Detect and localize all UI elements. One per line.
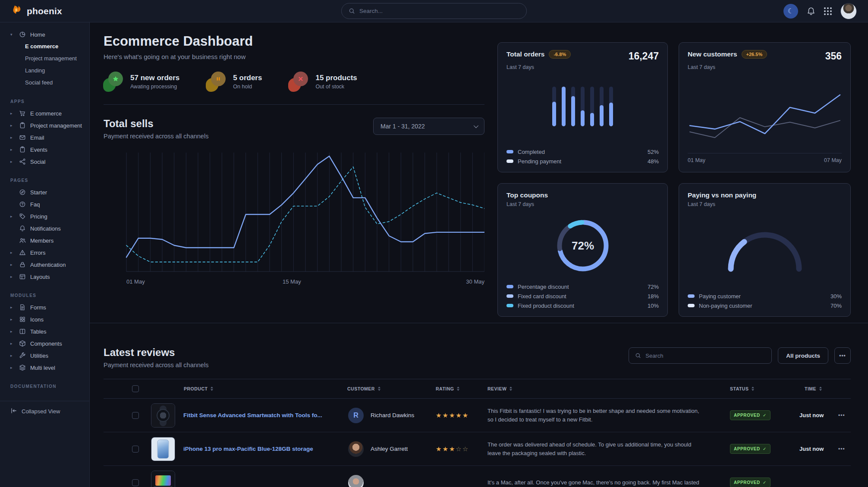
status-cell: APPROVED✓ — [720, 478, 792, 487]
sidebar-item-notifications[interactable]: Notifications — [0, 222, 89, 234]
product-cell — [151, 471, 347, 487]
row-checkbox[interactable] — [132, 412, 139, 419]
total-sells-chart: 01 May 15 May 30 May — [104, 147, 484, 287]
caret-right-icon: ▸ — [10, 111, 15, 116]
sidebar-item-project-management[interactable]: ▸Project management — [0, 119, 89, 131]
legend-item-non-paying-customer: Non-paying customer70% — [688, 301, 842, 310]
caret-right-icon: ▸ — [10, 365, 15, 370]
sidebar-item-utilities[interactable]: ▸Utilities — [0, 350, 89, 362]
stat-on-hold: 5 ordersOn hold — [206, 72, 262, 91]
legend-item-fixed-card-discount: Fixed card discount18% — [506, 291, 659, 301]
sidebar-item-label: Utilities — [30, 353, 48, 359]
sidebar-item-multi-level[interactable]: ▸Multi level — [0, 362, 89, 374]
paying-legend: Paying customer30%Non-paying customer70% — [688, 291, 842, 310]
sidebar-item-events[interactable]: ▸Events — [0, 144, 89, 156]
product-link[interactable]: iPhone 13 pro max-Pacific Blue-128GB sto… — [183, 446, 313, 452]
legend-label: Percentage discount — [518, 284, 569, 290]
row-actions-button[interactable]: ••• — [835, 446, 851, 452]
sidebar-item-members[interactable]: Members — [0, 234, 89, 247]
sidebar-item-project-management[interactable]: Project management — [0, 53, 89, 65]
sidebar-item-label: Notifications — [30, 225, 61, 232]
sidebar-item-starter[interactable]: Starter — [0, 186, 89, 198]
order-bar-fill — [600, 105, 604, 126]
order-bar-fill — [590, 113, 594, 126]
order-bar-fill — [609, 103, 613, 126]
column-header-time[interactable]: TIME — [792, 386, 835, 391]
product-image-phone — [151, 437, 175, 461]
sidebar-item-errors[interactable]: ▸Errors — [0, 247, 89, 259]
sidebar-item-e-commerce[interactable]: ▸E commerce — [0, 107, 89, 119]
reviews-more-button[interactable]: ••• — [834, 347, 851, 364]
date-range-select[interactable]: Mar 1 - 31, 2022 — [373, 118, 484, 135]
main-content: Ecommerce Dashboard Here's what's going … — [90, 22, 868, 487]
sidebar-section-label-pages: PAGES — [0, 168, 89, 186]
column-header-status[interactable]: STATUS — [720, 386, 792, 391]
sidebar-item-pricing[interactable]: ▸Pricing — [0, 210, 89, 222]
apps-grid-button[interactable] — [824, 7, 832, 15]
card-title: Total orders — [506, 50, 544, 58]
column-header-label: TIME — [805, 386, 816, 391]
product-thumbnail — [151, 437, 175, 461]
row-actions-button[interactable]: ••• — [835, 412, 851, 418]
status-circle — [293, 72, 308, 86]
card-value: 356 — [825, 50, 842, 62]
row-checkbox[interactable] — [132, 479, 139, 486]
order-bar-fill — [581, 110, 585, 126]
card-title: New customers — [688, 50, 737, 58]
question-icon — [19, 201, 26, 208]
sidebar-item-label: Faq — [30, 201, 40, 208]
sidebar-item-authentication[interactable]: ▸Authentication — [0, 259, 89, 271]
notifications-button[interactable] — [807, 7, 815, 16]
caret-right-icon: ▸ — [10, 214, 15, 219]
sidebar-item-faq[interactable]: Faq — [0, 198, 89, 210]
axis-label: 15 May — [283, 278, 301, 285]
order-bar-fill — [571, 96, 575, 126]
legend-value: 52% — [648, 149, 659, 155]
sidebar-item-landing[interactable]: Landing — [0, 65, 89, 77]
column-header-rating[interactable]: RATING — [436, 386, 487, 391]
legend-value: 18% — [648, 293, 659, 300]
clipboard-icon — [19, 146, 26, 153]
status-badge: APPROVED✓ — [730, 410, 771, 420]
legend-label: Pending payment — [518, 158, 561, 165]
sidebar-item-components[interactable]: ▸Components — [0, 337, 89, 350]
row-checkbox[interactable] — [132, 446, 139, 453]
product-link[interactable]: Fitbit Sense Advanced Smartwatch with To… — [183, 412, 322, 418]
column-header-product[interactable]: PRODUCT — [151, 386, 347, 391]
card-period: Last 7 days — [506, 201, 659, 207]
sidebar-item-forms[interactable]: ▸Forms — [0, 301, 89, 313]
select-all-checkbox[interactable] — [132, 385, 139, 392]
sidebar-item-home[interactable]: ▾Home — [0, 28, 89, 41]
reviews-search-input[interactable] — [645, 353, 765, 359]
sidebar-item-e-commerce[interactable]: E commerce — [0, 41, 89, 53]
total-sells-x-axis: 01 May 15 May 30 May — [104, 278, 484, 287]
sidebar-item-email[interactable]: ▸Email — [0, 131, 89, 144]
check-icon: ✓ — [763, 413, 767, 418]
sidebar-item-label: Errors — [30, 250, 45, 256]
stat-text: 5 ordersOn hold — [233, 74, 262, 90]
table-row: It's a Mac, after all. Once you've gone … — [104, 466, 851, 487]
sidebar-item-layouts[interactable]: ▸Layouts — [0, 271, 89, 283]
sidebar-item-label: E commerce — [30, 110, 62, 117]
orders-bar-chart — [506, 87, 659, 126]
sidebar-item-tables[interactable]: ▸Tables — [0, 325, 89, 337]
legend-swatch — [506, 294, 513, 298]
sidebar-collapse-toggle[interactable]: Collapsed View — [0, 401, 89, 421]
caret-down-icon: ▾ — [10, 32, 15, 37]
all-products-button[interactable]: All products — [778, 347, 828, 364]
sidebar-item-social-feed[interactable]: Social feed — [0, 77, 89, 89]
sort-icon — [752, 387, 754, 391]
brand[interactable]: phoenix — [11, 4, 62, 18]
sidebar-item-social[interactable]: ▸Social — [0, 156, 89, 168]
user-avatar[interactable] — [840, 3, 857, 19]
order-stats: 57 new ordersAwating processing5 ordersO… — [104, 72, 484, 91]
column-header-customer[interactable]: CUSTOMER — [347, 386, 436, 391]
caret-right-icon: ▸ — [10, 353, 15, 358]
column-header-review[interactable]: REVIEW — [487, 386, 720, 391]
sidebar-item-icons[interactable]: ▸Icons — [0, 313, 89, 325]
theme-toggle-button[interactable]: ☾ — [783, 4, 798, 19]
global-search-input[interactable] — [359, 8, 519, 14]
caret-right-icon: ▸ — [10, 275, 15, 279]
phoenix-logo-icon — [11, 4, 23, 18]
rating-stars: ★★★☆☆ — [436, 445, 487, 453]
